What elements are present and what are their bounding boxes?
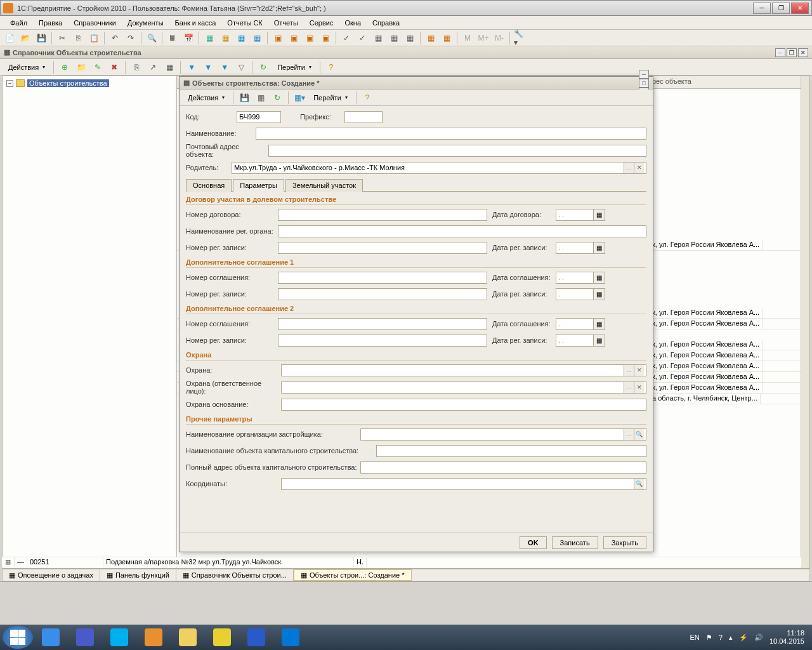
filter-icon[interactable]: ▼	[218, 60, 232, 74]
toolbar-icon[interactable]: ▦	[424, 31, 438, 45]
calendar-icon[interactable]: ▦	[594, 242, 605, 254]
contract-number-input[interactable]	[278, 209, 487, 221]
m-icon[interactable]: M	[461, 31, 475, 45]
agr2-num-input[interactable]	[278, 318, 487, 330]
m-minus-icon[interactable]: M-	[492, 31, 506, 45]
new-icon[interactable]: 📄	[3, 31, 16, 45]
menu-docs[interactable]: Документы	[122, 18, 169, 28]
taskbar-app-1c[interactable]	[206, 626, 239, 649]
redo-icon[interactable]: ↷	[124, 31, 138, 45]
taskbar-app-word[interactable]	[240, 626, 273, 649]
mdi-minimize[interactable]: ─	[775, 48, 785, 57]
clock[interactable]: 11:18 10.04.2015	[769, 629, 804, 646]
move-icon[interactable]: ↗	[146, 60, 160, 74]
menu-file[interactable]: Файл	[5, 18, 32, 28]
prefix-input[interactable]	[344, 111, 383, 123]
vertical-scrollbar[interactable]	[801, 76, 809, 568]
delete-icon[interactable]: ✖	[107, 60, 121, 74]
tab-land[interactable]: Земельный участок	[285, 179, 363, 192]
toolbar-icon[interactable]: ▦	[234, 31, 248, 45]
dialog-actions-dropdown[interactable]: Действия	[183, 92, 229, 103]
go-dropdown[interactable]: Перейти	[273, 62, 316, 73]
calendar-icon[interactable]: 📅	[181, 31, 195, 45]
toolbar-icon[interactable]: ▣	[318, 31, 332, 45]
select-icon[interactable]: …	[624, 162, 634, 173]
minimize-button[interactable]: ─	[753, 3, 771, 14]
m-plus-icon[interactable]: M+	[476, 31, 490, 45]
menu-service[interactable]: Сервис	[304, 18, 339, 28]
wrench-icon[interactable]: 🔧▾	[513, 31, 527, 45]
filter-icon[interactable]: ▼	[185, 60, 199, 74]
taskbar-app-explorer[interactable]	[171, 626, 204, 649]
save-icon[interactable]: 💾	[34, 31, 48, 45]
agr1-date-input[interactable]: . .	[556, 272, 594, 284]
clear-icon[interactable]: ✕	[634, 365, 644, 376]
guard-resp-select[interactable]: …✕	[281, 381, 646, 394]
reg-org-input[interactable]	[278, 225, 646, 237]
actions-dropdown[interactable]: Действия	[4, 62, 49, 73]
taskbar-app-outlook[interactable]	[274, 626, 307, 649]
grid-bottom-row[interactable]: ⊞ — 00251 Подземная а/парковка №32 мкр.у…	[2, 557, 801, 567]
guard-select[interactable]: …✕	[281, 364, 646, 376]
dialog-maximize[interactable]: □	[639, 79, 649, 88]
taskbar-app[interactable]	[137, 626, 170, 649]
agr1-reg-num-input[interactable]	[278, 288, 487, 300]
cap-obj-input[interactable]	[376, 445, 646, 457]
copy-icon[interactable]: ⎘	[129, 60, 143, 74]
tab-main[interactable]: Основная	[186, 179, 232, 192]
taskbar-app-ie[interactable]	[34, 626, 67, 649]
tree-collapse-icon[interactable]: −	[6, 80, 13, 87]
clear-icon[interactable]: ✕	[634, 382, 644, 393]
tray-volume-icon[interactable]: 🔊	[754, 633, 763, 642]
open-icon[interactable]: 📂	[18, 31, 32, 45]
toolbar-icon[interactable]: ▦	[440, 31, 454, 45]
help-icon[interactable]: ?	[324, 60, 338, 74]
mdi-restore[interactable]: ❐	[787, 48, 797, 57]
close-button[interactable]: ✕	[791, 3, 809, 14]
postaddr-input[interactable]	[268, 145, 646, 157]
filter-icon[interactable]: ▼	[201, 60, 215, 74]
toolbar-icon[interactable]: ▦▾	[292, 91, 306, 105]
toolbar-icon[interactable]: ▦	[403, 31, 417, 45]
help-icon[interactable]: ?	[360, 91, 374, 105]
code-input[interactable]	[237, 111, 281, 123]
toolbar-icon[interactable]: ▦	[371, 31, 385, 45]
agr1-reg-date-input[interactable]: . .	[556, 288, 594, 300]
calendar-icon[interactable]: ▦	[594, 288, 605, 300]
hierarchy-icon[interactable]: ▦	[162, 60, 176, 74]
tree-root[interactable]: − Объекты строительства	[5, 79, 174, 88]
calendar-icon[interactable]: ▦	[594, 335, 605, 347]
paste-icon[interactable]: 📋	[87, 31, 101, 45]
lang-indicator[interactable]: EN	[690, 633, 700, 641]
menu-bank[interactable]: Банк и касса	[170, 18, 221, 28]
select-icon[interactable]: …	[624, 429, 634, 440]
taskbar-app-skype[interactable]	[103, 626, 136, 649]
guard-base-input[interactable]	[281, 399, 646, 411]
agr2-date-input[interactable]: . .	[556, 318, 594, 330]
agr2-reg-num-input[interactable]	[278, 335, 487, 347]
reg-num-input[interactable]	[278, 242, 487, 254]
calendar-icon[interactable]: ▦	[594, 318, 605, 330]
start-button[interactable]	[3, 626, 33, 649]
save-icon[interactable]: 💾	[237, 91, 251, 105]
tray-chevron-icon[interactable]: ▴	[729, 633, 733, 642]
clear-icon[interactable]: ✕	[634, 162, 644, 173]
toolbar-icon[interactable]: ✓	[355, 31, 369, 45]
dialog-go-dropdown[interactable]: Перейти	[309, 92, 352, 103]
task-functions[interactable]: ▦Панель функций	[100, 569, 176, 581]
reg-date-input[interactable]: . .	[556, 242, 594, 254]
refresh-icon[interactable]: ↻	[256, 60, 270, 74]
toolbar-icon[interactable]: ✓	[339, 31, 353, 45]
tray-power-icon[interactable]: ⚡	[739, 633, 748, 642]
toolbar-icon[interactable]: ▣	[303, 31, 317, 45]
dialog-minimize[interactable]: ─	[639, 70, 649, 79]
search-icon[interactable]: 🔍	[634, 429, 644, 440]
toolbar-icon[interactable]: ▦	[250, 31, 264, 45]
toolbar-icon[interactable]: ▣	[271, 31, 285, 45]
find-icon[interactable]: 🔍	[145, 31, 159, 45]
ok-button[interactable]: OK	[520, 536, 547, 549]
cap-addr-input[interactable]	[360, 461, 646, 474]
calendar-icon[interactable]: ▦	[594, 272, 605, 284]
search-icon[interactable]: 🔍	[634, 479, 644, 489]
undo-icon[interactable]: ↶	[108, 31, 122, 45]
